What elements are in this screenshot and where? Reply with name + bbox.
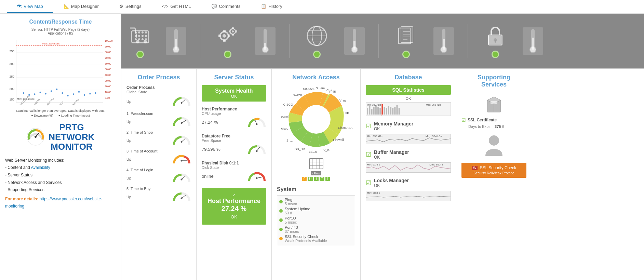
status-indicator-lock [492, 51, 499, 58]
global-gauge [172, 95, 191, 107]
svg-rect-158 [377, 107, 379, 115]
svg-text:cisco: cisco [281, 127, 288, 130]
nav-comments-label: Comments [219, 4, 241, 9]
svg-text:V_ic: V_ic [323, 148, 330, 152]
person-icon-container [461, 134, 526, 158]
badge-1a: 1 [314, 177, 319, 181]
svg-text:S_...: S_... [286, 139, 293, 142]
legend-loading: ● Loading Time (msec) [58, 114, 90, 117]
pages-icon [392, 24, 420, 48]
top-navigation: 🗺 View Map 📐 Map Designer ⚙ Settings </>… [0, 0, 644, 14]
svg-text:Firewall: Firewall [333, 138, 344, 142]
svg-rect-155 [371, 109, 372, 115]
svg-point-54 [138, 31, 140, 34]
svg-point-60 [145, 35, 147, 37]
ping-info: Ping 5 msec [285, 198, 297, 206]
port443-info: Port443 37 msec [285, 225, 299, 234]
gauge-1 [172, 116, 191, 128]
database-column: Database SQL Statistics OK [361, 69, 456, 280]
badge-9: 9 [302, 177, 307, 181]
svg-point-28 [39, 92, 41, 93]
history-icon: 📋 [261, 4, 266, 9]
svg-point-120 [181, 179, 183, 181]
lock-icon [482, 24, 509, 48]
nav-get-html[interactable]: </> Get HTML [152, 0, 201, 13]
svg-text:Max: 384 kBs: Max: 384 kBs [426, 135, 442, 137]
svg-rect-77 [232, 27, 234, 29]
svg-point-110 [530, 47, 536, 52]
nav-settings[interactable]: ⚙ Settings [109, 0, 152, 13]
host-perf-box-status: OK [207, 214, 261, 219]
global-up-badge: Up [126, 99, 131, 104]
svg-rect-167 [397, 105, 398, 115]
ssl-security-row: W SSL Security Check [464, 165, 524, 170]
svg-point-126 [256, 150, 258, 152]
svg-text:40.00: 40.00 [105, 74, 111, 77]
svg-rect-73 [218, 35, 220, 37]
nav-view-map[interactable]: 🗺 View Map [7, 0, 53, 13]
locks-manager-item: ☑ Locks Manager OK Min: 20.8 # [366, 178, 451, 201]
status-indicator-globe [313, 51, 321, 58]
server-status-column: Server Status System Health OK Host Perf… [197, 69, 272, 280]
order-item-3: 3. Time of Account Up [126, 149, 191, 165]
divider-3 [378, 24, 379, 58]
item2-status: Up [126, 138, 131, 143]
ssl-info: SSL Security Check Weak Protocols Availa… [285, 235, 327, 243]
ssl-security-box: W SSL Security Check Security ReliWeak P… [461, 163, 526, 178]
svg-point-47 [35, 136, 37, 138]
svg-point-33 [67, 95, 68, 96]
svg-point-112 [181, 102, 183, 104]
svg-rect-74 [228, 35, 230, 37]
network-access-title: Network Access [277, 74, 355, 81]
svg-rect-156 [373, 107, 375, 115]
memory-manager-info: Memory Manager OK [374, 121, 413, 131]
svg-text:60.00: 60.00 [105, 62, 111, 65]
physical-disk-section: Physical Disk 0:1:1 Disk State online [202, 161, 266, 183]
chart-title: Content/Response Time [5, 19, 116, 25]
svg-text:panel: panel [281, 115, 288, 118]
svg-text:C...i: C...i [326, 89, 332, 92]
nav-get-html-label: Get HTML [171, 4, 191, 9]
svg-point-93 [352, 47, 357, 52]
network-donut-chart: P-45 V_ns HP Cisco ASA Firewall V_ic 3d.… [282, 85, 350, 154]
svg-rect-78 [232, 34, 234, 36]
svg-rect-166 [394, 107, 395, 115]
locks-manager-row: ☑ Locks Manager OK [366, 178, 451, 188]
info-title: Web Server Monitoring includes: [5, 157, 116, 164]
svg-point-29 [45, 93, 46, 94]
svg-rect-79 [229, 30, 230, 32]
host-perf-box-title: Host Performance [207, 198, 261, 205]
svg-point-30 [51, 90, 52, 92]
ssl-cert-row: ☑ SSL Certificate [461, 117, 526, 123]
info-item-4: - Supporting Services [5, 186, 116, 194]
legend-downtime: ● Downtime (%) [31, 114, 53, 117]
svg-point-31 [56, 89, 57, 90]
nav-history[interactable]: 📋 History [251, 0, 292, 13]
datastore-value: 79.596 % [202, 147, 245, 152]
more-details-label: For more details: [5, 197, 40, 201]
svg-point-25 [23, 92, 24, 94]
svg-point-184 [489, 135, 499, 146]
nav-comments[interactable]: 💬 Comments [201, 0, 251, 13]
order-items-list: 1. Paessler.com Up 2. Time o [126, 111, 191, 203]
svg-text:350: 350 [10, 50, 15, 53]
datastore-section: Datastore Free Free Space 79.596 % [202, 134, 266, 156]
locks-mini-chart: Min: 20.8 # [366, 191, 451, 201]
system-section: System Ping 5 msec System U [277, 186, 355, 246]
uptime-status-dot [279, 209, 283, 213]
svg-point-114 [181, 122, 183, 124]
svg-rect-159 [379, 108, 381, 115]
nav-map-designer[interactable]: 📐 Map Designer [53, 0, 109, 13]
settings-icon: ⚙ [119, 4, 123, 9]
chart-subtitle1: Sensor: HTTP Full Web Page (2 days) [5, 28, 116, 31]
ssl-security-sublabel: Security ReliWeak Protode [464, 171, 524, 175]
locks-checkbox-icon: ☑ [366, 179, 371, 187]
svg-point-52 [144, 40, 147, 43]
prtg-label: PRTG NETWORK MONITOR [49, 122, 94, 152]
database-title: Database [366, 74, 451, 81]
divider-2 [289, 24, 290, 58]
cpu-gauge [247, 116, 266, 129]
order-process-title: Order Process [126, 74, 191, 81]
host-perf-box-value: 27.24 % [207, 205, 261, 213]
system-item-ssl: SSL Security Check Weak Protocols Availa… [279, 235, 353, 243]
